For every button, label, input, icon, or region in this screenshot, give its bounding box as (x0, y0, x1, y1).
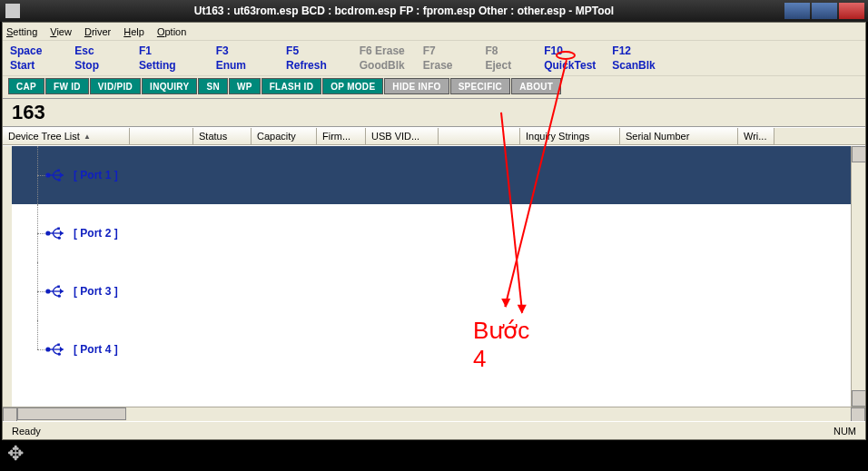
toolbar-specific[interactable]: SPECIFIC (450, 78, 511, 94)
port-label: [ Port 4 ] (74, 343, 118, 356)
fkey-f8[interactable]: F8Eject (485, 44, 511, 72)
status-ready: Ready (6, 426, 46, 437)
header-capacity[interactable]: Capacity (252, 128, 317, 144)
port-label: [ Port 1 ] (74, 169, 118, 182)
usb-icon (44, 225, 68, 241)
svg-rect-14 (57, 344, 60, 347)
port-label: [ Port 2 ] (74, 227, 118, 240)
header-usb-vid-[interactable]: USB VID... (366, 128, 439, 144)
header-wri-[interactable]: Wri... (738, 128, 774, 144)
device-tree: [ Port 1 ][ Port 2 ][ Port 3 ][ Port 4 ] (12, 146, 851, 407)
horizontal-scrollbar[interactable] (3, 407, 865, 421)
menu-option[interactable]: Option (157, 26, 186, 37)
port-3[interactable]: [ Port 3 ] (12, 262, 851, 320)
toolbar-inquiry[interactable]: INQUIRY (142, 78, 197, 94)
vertical-scrollbar[interactable] (851, 146, 865, 407)
port-2[interactable]: [ Port 2 ] (12, 204, 851, 262)
minimize-button[interactable] (784, 3, 810, 19)
header-device-tree-list[interactable]: Device Tree List▲ (3, 128, 130, 144)
header-blank[interactable] (439, 128, 520, 144)
svg-point-7 (58, 237, 61, 240)
fkey-f1[interactable]: F1Setting (139, 44, 176, 72)
toolbar-about[interactable]: ABOUT (511, 78, 561, 94)
svg-rect-10 (57, 286, 60, 289)
status-bar: Ready NUM (3, 421, 865, 439)
port-4[interactable]: [ Port 4 ] (12, 320, 851, 378)
fkey-f12[interactable]: F12ScanBlk (612, 44, 655, 72)
column-headers: Device Tree List▲StatusCapacityFirm...US… (3, 127, 865, 145)
port-1[interactable]: [ Port 1 ] (12, 146, 851, 204)
fkey-f6-erase[interactable]: F6 EraseGoodBlk (360, 44, 405, 72)
header-serial-number[interactable]: Serial Number (620, 128, 738, 144)
menu-setting[interactable]: Setting (6, 26, 37, 37)
usb-icon (44, 167, 68, 183)
header-inquiry-strings[interactable]: Inquiry Strings (520, 128, 620, 144)
fkey-esc[interactable]: EscStop (74, 44, 99, 72)
svg-rect-6 (57, 228, 60, 231)
menu-view[interactable]: View (50, 26, 72, 37)
toolbar: CAPFW IDVID/PIDINQUIRYSNWPFLASH IDOP MOD… (3, 76, 865, 99)
fkey-f5[interactable]: F5Refresh (286, 44, 327, 72)
toolbar-sn[interactable]: SN (198, 78, 228, 94)
status-num: NUM (828, 426, 862, 437)
svg-point-15 (58, 353, 61, 356)
port-label: [ Port 3 ] (74, 285, 118, 298)
toolbar-hide-info[interactable]: HIDE INFO (384, 78, 449, 94)
svg-point-3 (58, 179, 61, 182)
header-blank[interactable] (130, 128, 193, 144)
usb-icon (44, 341, 68, 358)
toolbar-wp[interactable]: WP (229, 78, 261, 94)
fkey-f10[interactable]: F10QuickTest (544, 44, 596, 72)
usb-icon (44, 283, 68, 299)
toolbar-fw-id[interactable]: FW ID (45, 78, 89, 94)
toolbar-vid-pid[interactable]: VID/PID (90, 78, 141, 94)
svg-rect-2 (57, 170, 60, 172)
svg-point-11 (58, 295, 61, 298)
maximize-button[interactable] (812, 3, 837, 19)
toolbar-flash-id[interactable]: FLASH ID (261, 78, 322, 94)
close-button[interactable] (839, 3, 864, 19)
menubar: Setting View Driver Help Option (3, 23, 865, 41)
toolbar-op-mode[interactable]: OP MODE (322, 78, 383, 94)
menu-driver[interactable]: Driver (84, 26, 111, 37)
menu-help[interactable]: Help (123, 26, 144, 37)
fkey-f7[interactable]: F7Erase (423, 44, 453, 72)
window-title: Ut163 : ut63rom.esp BCD : bcdrom.esp FP … (24, 5, 784, 17)
header-status[interactable]: Status (193, 128, 252, 144)
header-firm-[interactable]: Firm... (317, 128, 366, 144)
app-icon (5, 4, 20, 18)
move-cursor-icon: ✥ (7, 442, 24, 466)
fkey-f3[interactable]: F3Enum (216, 44, 246, 72)
fkey-space[interactable]: SpaceStart (10, 44, 42, 72)
function-key-bar: SpaceStartEscStopF1SettingF3EnumF5Refres… (3, 41, 865, 76)
count-value: 163 (3, 99, 865, 127)
toolbar-cap[interactable]: CAP (8, 78, 44, 94)
